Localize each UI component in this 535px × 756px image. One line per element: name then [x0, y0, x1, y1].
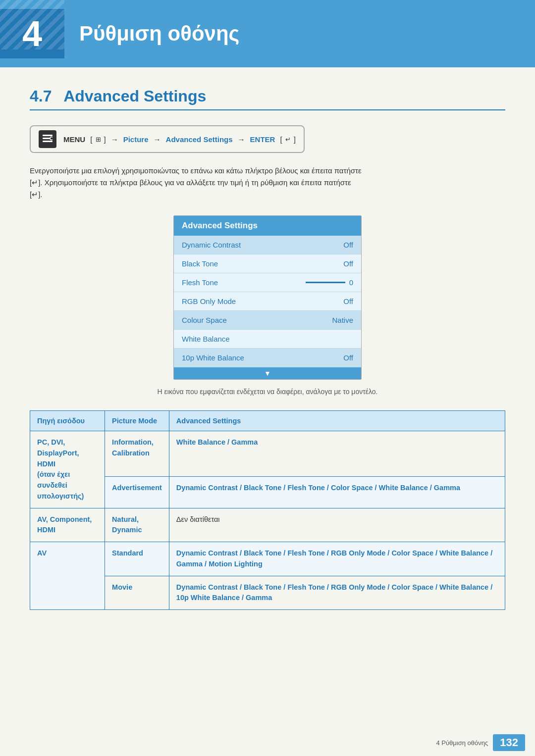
menu-label: MENU — [63, 135, 85, 144]
enter-icon-inline2: ↵ — [32, 190, 38, 199]
main-content: 4.7 Advanced Settings MENU [ ⊞ ] → Pictu… — [0, 67, 535, 630]
settings-cell-5: Dynamic Contrast / Black Tone / Flesh To… — [169, 576, 505, 610]
arrow1: → — [111, 135, 118, 144]
black-tone-row: Black Tone Off — [174, 254, 361, 273]
advanced-settings-label: Advanced Settings — [166, 135, 233, 144]
flesh-tone-row: Flesh Tone 0 — [174, 273, 361, 292]
ui-panel-header: Advanced Settings — [174, 216, 361, 236]
black-tone-value: Off — [343, 259, 353, 268]
colour-space-label: Colour Space — [182, 316, 227, 324]
section-heading: 4.7 Advanced Settings — [30, 87, 505, 110]
enter-bracket1: [ — [278, 135, 282, 144]
enter-bracket2: ] — [294, 135, 296, 144]
menu-bracket2: ] — [104, 135, 106, 144]
rgb-only-mode-label: RGB Only Mode — [182, 297, 236, 305]
slider-bar — [306, 282, 345, 283]
dynamic-contrast-label: Dynamic Contrast — [182, 241, 241, 249]
settings-cell-3: Δεν διατίθεται — [169, 508, 505, 542]
ui-panel: Advanced Settings Dynamic Contrast Off B… — [173, 215, 362, 380]
menu-path-box: MENU [ ⊞ ] → Picture → Advanced Settings… — [30, 125, 305, 153]
table-row: PC, DVI, DisplayPort, HDMI (όταν έχει συ… — [30, 431, 505, 477]
mode-cell-3: Natural,Dynamic — [105, 508, 169, 542]
col-header-settings: Advanced Settings — [169, 411, 505, 431]
flesh-tone-value: 0 — [349, 278, 353, 287]
10p-white-balance-row: 10p White Balance Off — [174, 349, 361, 367]
panel-caption: Η εικόνα που εμφανίζεται ενδέχεται να δι… — [30, 388, 505, 396]
mode-cell-1: Information,Calibration — [105, 431, 169, 477]
table-row: AV, Component,HDMI Natural,Dynamic Δεν δ… — [30, 508, 505, 542]
svg-rect-0 — [43, 135, 53, 136]
down-arrow-icon: ▼ — [264, 369, 271, 377]
mode-cell-5: Movie — [105, 576, 169, 610]
source-cell-3: AV, Component,HDMI — [30, 508, 105, 542]
flesh-tone-slider: 0 — [306, 278, 353, 287]
table-header-row: Πηγή εισόδου Picture Mode Advanced Setti… — [30, 411, 505, 431]
page-header: 4 Ρύθμιση οθόνης — [0, 0, 535, 67]
settings-cell-2: Dynamic Contrast / Black Tone / Flesh To… — [169, 477, 505, 508]
white-balance-label: White Balance — [182, 335, 230, 343]
settings-cell-1: White Balance / Gamma — [169, 431, 505, 477]
source-cell-1: PC, DVI, DisplayPort, HDMI (όταν έχει συ… — [30, 431, 105, 508]
settings-table: Πηγή εισόδου Picture Mode Advanced Setti… — [30, 410, 505, 610]
colour-space-row: Colour Space Native — [174, 311, 361, 330]
10p-white-balance-label: 10p White Balance — [182, 353, 244, 362]
footer-label: 4 Ρύθμιση οθόνης — [436, 739, 488, 747]
enter-label: ENTER — [250, 135, 275, 144]
enter-return-icon: ↵ — [285, 136, 291, 143]
menu-grid-icon: ⊞ — [96, 136, 101, 143]
svg-rect-2 — [43, 141, 53, 142]
svg-point-3 — [50, 137, 53, 140]
rgb-only-mode-row: RGB Only Mode Off — [174, 292, 361, 311]
10p-white-balance-value: Off — [343, 353, 353, 362]
section-number: 4.7 — [30, 87, 52, 105]
picture-label: Picture — [123, 135, 149, 144]
mode-cell-4: Standard — [105, 542, 169, 576]
col-header-mode: Picture Mode — [105, 411, 169, 431]
settings-cell-4: Dynamic Contrast / Black Tone / Flesh To… — [169, 542, 505, 576]
ui-panel-footer: ▼ — [174, 367, 361, 379]
flesh-tone-label: Flesh Tone — [182, 278, 218, 287]
menu-svg-icon — [43, 135, 53, 144]
colour-space-value: Native — [332, 316, 353, 324]
dynamic-contrast-row: Dynamic Contrast Off — [174, 236, 361, 254]
page-footer: 4 Ρύθμιση οθόνης 132 — [0, 729, 535, 756]
svg-rect-1 — [43, 138, 51, 139]
arrow2: → — [154, 135, 161, 144]
black-tone-label: Black Tone — [182, 259, 218, 268]
description: Ενεργοποιήστε μια επιλογή χρησιμοποιώντα… — [30, 165, 416, 201]
col-header-source: Πηγή εισόδου — [30, 411, 105, 431]
menu-bracket1: [ — [88, 135, 92, 144]
page-number-box: 132 — [493, 734, 525, 751]
rgb-only-mode-value: Off — [343, 297, 353, 305]
mode-cell-2: Advertisement — [105, 477, 169, 508]
table-row: AV Standard Dynamic Contrast / Black Ton… — [30, 542, 505, 576]
arrow3: → — [238, 135, 245, 144]
header-stripe-decoration — [0, 0, 64, 50]
enter-icon-inline1: ↵ — [32, 178, 38, 187]
section-title: Advanced Settings — [63, 87, 206, 105]
source-cell-4: AV — [30, 542, 105, 610]
menu-icon — [39, 130, 56, 148]
dynamic-contrast-value: Off — [343, 241, 353, 249]
chapter-title: Ρύθμιση οθόνης — [79, 22, 239, 46]
ui-panel-wrapper: Advanced Settings Dynamic Contrast Off B… — [30, 215, 505, 380]
white-balance-row: White Balance — [174, 330, 361, 349]
